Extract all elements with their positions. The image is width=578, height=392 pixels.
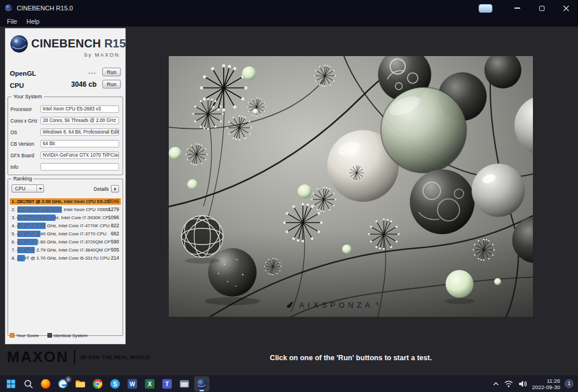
ranking-score: 822 [111,222,119,230]
skype-icon: S [109,378,121,390]
taskbar-chrome[interactable] [90,376,105,391]
close-button[interactable] [554,0,578,16]
content-area: CINEBENCH R15 by MAXON OpenGL --- Run CP… [0,27,578,375]
word-icon: W [127,378,138,390]
taskbar-excel[interactable]: X [142,376,157,391]
taskbar: 6 S W X T [0,375,578,392]
active-app-indicator [199,390,204,391]
system-field-value: Windows 8, 64 Bit, Professional Edition [40,128,119,136]
ranking-filter-dropdown[interactable]: CPU [12,184,44,193]
app-icon [5,4,13,12]
legend-item: Identical System [47,333,88,338]
chrome-icon [92,378,103,390]
cpu-benchmark-row: CPU 3046 cb Run [10,80,121,89]
notification-badge[interactable]: 1 [565,379,573,388]
cpu-score: 3046 cb [71,80,97,88]
system-field-row: GFX Board NVIDIA GeForce GTX 1070 Ti/PCI… [10,151,120,160]
ranking-score: 662 [111,230,119,238]
close-icon [563,5,569,12]
svg-text:X: X [148,380,152,387]
tray-time: 11:26 [532,378,560,384]
search-button[interactable] [21,376,36,391]
menu-help[interactable]: Help [22,18,45,25]
ranking-score: 590 [111,238,119,246]
taskbar-cinebench[interactable] [194,376,209,391]
minimize-button[interactable] [505,0,529,16]
taskbar-system-window[interactable] [177,376,192,391]
svg-text:S: S [113,380,117,387]
taskbar-file-explorer[interactable] [73,376,88,391]
instruction-text: Click on one of the 'Run' buttons to sta… [169,354,533,362]
taskbar-clock[interactable]: 11:26 2022-09-30 [532,378,560,390]
details-control: Details [94,185,119,193]
firefox-icon [40,378,51,390]
system-field-row: Processor Intel Xeon CPU E5-2683 v3 [10,105,120,113]
opengl-run-button[interactable]: Run [102,68,121,76]
system-field-label: GFX Board [10,153,34,158]
maximize-button[interactable] [529,0,554,16]
taskbar-teams[interactable]: T [160,376,175,391]
ranking-legend: Your Score Identical System [10,330,93,340]
system-field-row: Cores x GHz 28 Cores, 56 Threads @ 2.00 … [10,117,120,125]
ranking-controls: CPU Details [12,184,119,193]
network-icon[interactable] [504,380,513,388]
excel-icon: X [144,378,155,390]
ranking-groupbox: Ranking CPU Details [8,179,123,336]
menu-file[interactable]: File [2,18,22,25]
legend-label: Your Score [16,333,39,338]
svg-text:T: T [165,380,169,387]
ranking-row[interactable]: 128C/56T @ 2.00 GHzIntel Xeon CPU E5-26 … [10,198,121,205]
ranking-row[interactable]: 82C/4T @ 1.70 GHzIntel Core i5-3317U CPU… [10,254,121,262]
system-field-value: Intel Xeon CPU E5-2683 v3 [40,105,119,113]
ranking-row[interactable]: 64C/8T @ 2.60 GHzIntel Core i7-3720QM CP… [10,238,121,246]
ranking-row[interactable]: 74C/8T @ 2.79 GHzIntel Core i7-3840QM CP… [10,246,121,254]
maxon-logo: MAXON 3D FOR THE REAL WORLD [7,348,150,366]
ranking-row[interactable]: 36C/12T @ 3.30 GHzIntel Core i7-3930K CP… [10,214,121,221]
start-button[interactable] [3,376,18,391]
ranking-row[interactable]: 44C/8T @ 4.40 GHzIntel Core i7-4770K CPU… [10,222,121,230]
window-title: CINEBENCH R15.0 [17,5,73,12]
teams-icon: T [161,378,173,390]
window-icon [179,378,190,390]
maxon-divider [74,350,75,365]
tray-chevron-icon[interactable] [492,380,499,387]
sidebar-panel: CINEBENCH R15 by MAXON OpenGL --- Run CP… [5,28,126,345]
system-field-value: 64 Bit [40,140,119,147]
taskbar-firefox[interactable] [38,376,53,391]
taskbar-edge[interactable]: 6 [55,376,71,391]
app-logo: CINEBENCH R15 by MAXON [10,32,121,64]
cinebench-window: CINEBENCH R15.0 File Help [0,0,578,392]
volume-icon[interactable] [518,380,527,388]
ranking-score: 1279 [108,206,119,213]
aixsponza-text: AIXSPONZA [299,301,373,309]
search-icon [23,379,34,389]
taskbar-word[interactable]: W [125,376,140,391]
maxon-brand: MAXON [7,348,69,366]
system-tray: 11:26 2022-09-30 1 [492,378,578,390]
legend-item: Your Score [10,333,39,338]
ranking-row[interactable]: 212C/24T @ 2.66 GHzIntel Xeon CPU X5650 … [10,206,121,213]
taskbar-skype[interactable]: S [108,376,123,391]
system-field-value: 28 Cores, 56 Threads @ 2.00 GHz [40,117,119,124]
windows-logo-icon [6,379,16,389]
chevron-down-icon [36,185,43,192]
system-fields: Processor Intel Xeon CPU E5-2683 v3 Core… [10,105,120,175]
aixsponza-bird-icon [286,301,295,309]
cinebench-logo-icon [10,35,28,53]
legend-swatch [47,333,52,338]
system-field-label: Cores x GHz [10,119,38,124]
titlebar-widget-icon[interactable] [479,4,492,13]
system-field-label: Info [10,165,18,170]
cpu-run-button[interactable]: Run [102,80,121,88]
system-field-label: CB Version [10,142,34,147]
maximize-icon [539,6,544,11]
ranking-score: 505 [111,246,119,254]
system-field-row: CB Version 64 Bit [10,140,120,148]
details-button[interactable] [111,185,119,193]
system-field-value [40,163,119,171]
ranking-row[interactable]: 54C/8T @ 3.40 GHzIntel Core i7-3770 CPU … [10,230,121,238]
ranking-score: 3046 [108,198,119,205]
edge-badge: 6 [65,376,72,383]
render-viewport: AIXSPONZA ® [169,56,533,317]
ranking-score: 214 [111,254,119,262]
